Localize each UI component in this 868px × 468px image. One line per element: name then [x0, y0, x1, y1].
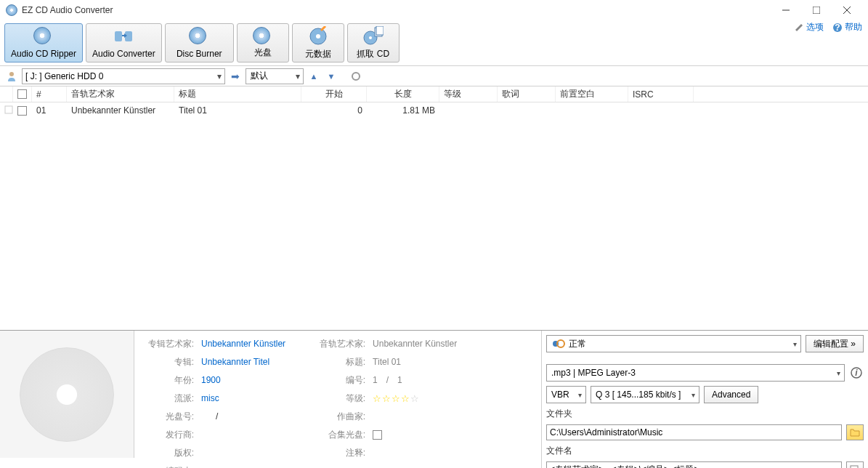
- notes-label: 注释:: [315, 447, 365, 459]
- svg-point-16: [352, 73, 360, 80]
- encoded-by-label: 编码由:: [143, 465, 194, 469]
- disc-button[interactable]: 光盘: [237, 23, 289, 62]
- quality-selector[interactable]: Q 3 [ 145...185 kbit/s ]: [591, 386, 699, 403]
- track-artist-label: 音轨艺术家:: [315, 338, 365, 350]
- output-panel: 正常 编辑配置 » .mp3 | MPEG Layer-3 i VBR Q 3 …: [541, 331, 868, 468]
- load-button[interactable]: ▼: [324, 69, 338, 84]
- disc-burner-button[interactable]: Disc Burner: [165, 23, 234, 62]
- track-title-value[interactable]: Titel 01: [373, 357, 401, 367]
- help-icon: ?: [832, 23, 843, 33]
- close-button[interactable]: [832, 0, 862, 20]
- drive-selector[interactable]: [ J: ] Generic HDD 0: [22, 68, 225, 84]
- refresh-button[interactable]: [349, 69, 363, 84]
- table-row[interactable]: 01 Unbekannter Künstler Titel 01 0 1.81 …: [0, 102, 868, 118]
- compilation-label: 合集光盘:: [315, 429, 365, 441]
- filename-input[interactable]: <专辑艺术家> - <专辑>\<编号> <标题>: [546, 461, 842, 468]
- album-artist-value[interactable]: Unbekannter Künstler: [201, 339, 285, 349]
- track-total[interactable]: 1: [397, 375, 402, 385]
- col-title[interactable]: 标题: [174, 86, 301, 102]
- col-num[interactable]: #: [32, 86, 67, 102]
- options-link[interactable]: 选项: [794, 21, 824, 33]
- rating-stars[interactable]: ☆ ☆ ☆ ☆ ☆: [373, 393, 419, 404]
- user-icon[interactable]: [4, 69, 19, 84]
- rip-cd-button[interactable]: 抓取 CD: [347, 23, 399, 62]
- genre-label: 流派:: [143, 392, 194, 405]
- col-rating[interactable]: 等级: [439, 86, 498, 102]
- profile-selector[interactable]: 正常: [546, 335, 801, 352]
- filename-edit-button[interactable]: [846, 461, 864, 468]
- toolbar-label: 元数据: [305, 48, 331, 60]
- row-checkbox[interactable]: [17, 106, 27, 116]
- info-button[interactable]: i: [849, 366, 864, 380]
- filename-label: 文件名: [546, 445, 864, 457]
- svg-point-15: [9, 72, 14, 76]
- col-pregap[interactable]: 前置空白: [556, 86, 628, 102]
- profile-text: 正常: [569, 338, 586, 350]
- options-text: 选项: [806, 21, 824, 33]
- cell-num: 01: [32, 105, 67, 116]
- main-toolbar: Audio CD Ripper Audio Converter Disc Bur…: [0, 20, 868, 66]
- format-selector[interactable]: .mp3 | MPEG Layer-3: [546, 364, 845, 382]
- cell-artist: Unbekannter Künstler: [67, 105, 174, 116]
- select-all-checkbox[interactable]: [17, 89, 27, 99]
- track-num-value[interactable]: 1: [373, 375, 378, 385]
- metadata-button[interactable]: 元数据: [292, 23, 344, 62]
- svg-text:i: i: [855, 368, 858, 378]
- album-artist-label: 专辑艺术家:: [143, 338, 194, 350]
- folder-input[interactable]: C:\Users\Administrator\Music: [546, 424, 842, 440]
- profile-icon: [551, 339, 566, 349]
- compilation-checkbox[interactable]: [373, 430, 382, 440]
- svg-rect-17: [5, 106, 12, 113]
- track-table: # 音轨艺术家 标题 开始 长度 等级 歌词 前置空白 ISRC 01 Unbe…: [0, 86, 868, 330]
- album-value[interactable]: Unbekannter Titel: [201, 357, 269, 367]
- track-num-sep: /: [386, 375, 389, 385]
- year-label: 年份:: [143, 374, 194, 387]
- audio-converter-button[interactable]: Audio Converter: [86, 23, 162, 62]
- album-label: 专辑:: [143, 356, 194, 368]
- disc-num-value[interactable]: /: [216, 411, 218, 421]
- year-value[interactable]: 1900: [201, 375, 221, 385]
- maximize-button[interactable]: [801, 0, 832, 20]
- go-button[interactable]: ➡: [228, 69, 243, 84]
- disc-num-label: 光盘号:: [143, 411, 194, 423]
- col-lyrics[interactable]: 歌词: [498, 86, 556, 102]
- composer-label: 作曲家:: [315, 411, 365, 423]
- cell-length: 1.81 MB: [367, 105, 439, 116]
- album-art-area[interactable]: [0, 331, 134, 458]
- window-title: EZ CD Audio Converter: [22, 5, 771, 15]
- star-icon: ☆: [382, 393, 391, 404]
- quality-text: Q 3 [ 145...185 kbit/s ]: [596, 390, 681, 400]
- vbr-text: VBR: [551, 390, 569, 400]
- bottom-panel: 专辑艺术家:Unbekannter Künstler 专辑:Unbekannte…: [0, 330, 868, 468]
- star-icon: ☆: [392, 393, 400, 404]
- mode-selector[interactable]: 默认: [246, 68, 304, 84]
- filename-pattern: <专辑艺术家> - <专辑>\<编号> <标题>: [550, 464, 699, 469]
- metadata-panel: 专辑艺术家:Unbekannter Künstler 专辑:Unbekannte…: [134, 331, 541, 468]
- browse-folder-button[interactable]: [846, 424, 864, 440]
- top-links: 选项 ? 帮助: [794, 21, 862, 33]
- copyright-label: 版权:: [143, 447, 194, 459]
- titlebar: EZ CD Audio Converter: [0, 0, 868, 20]
- format-text: .mp3 | MPEG Layer-3: [551, 368, 636, 378]
- col-start[interactable]: 开始: [301, 86, 367, 102]
- svg-point-10: [369, 36, 372, 39]
- help-link[interactable]: ? 帮助: [832, 21, 862, 33]
- cell-start: 0: [301, 105, 367, 116]
- edit-config-button[interactable]: 编辑配置 »: [806, 335, 864, 352]
- toolbar-label: Disc Burner: [177, 49, 222, 59]
- star-icon: ☆: [373, 393, 381, 404]
- folder-path: C:\Users\Administrator\Music: [550, 427, 662, 437]
- audio-cd-ripper-button[interactable]: Audio CD Ripper: [4, 23, 83, 62]
- track-num-label: 编号:: [315, 374, 365, 387]
- minimize-button[interactable]: [771, 0, 801, 20]
- col-isrc[interactable]: ISRC: [628, 86, 694, 102]
- col-artist[interactable]: 音轨艺术家: [67, 86, 174, 102]
- table-header: # 音轨艺术家 标题 开始 长度 等级 歌词 前置空白 ISRC: [0, 86, 868, 102]
- vbr-selector[interactable]: VBR: [546, 386, 586, 403]
- genre-value[interactable]: misc: [201, 393, 219, 403]
- eject-button[interactable]: ▲: [307, 69, 321, 84]
- advanced-button[interactable]: Advanced: [704, 386, 758, 403]
- track-artist-value[interactable]: Unbekannter Künstler: [373, 339, 457, 349]
- svg-rect-12: [376, 26, 384, 35]
- col-length[interactable]: 长度: [367, 86, 439, 102]
